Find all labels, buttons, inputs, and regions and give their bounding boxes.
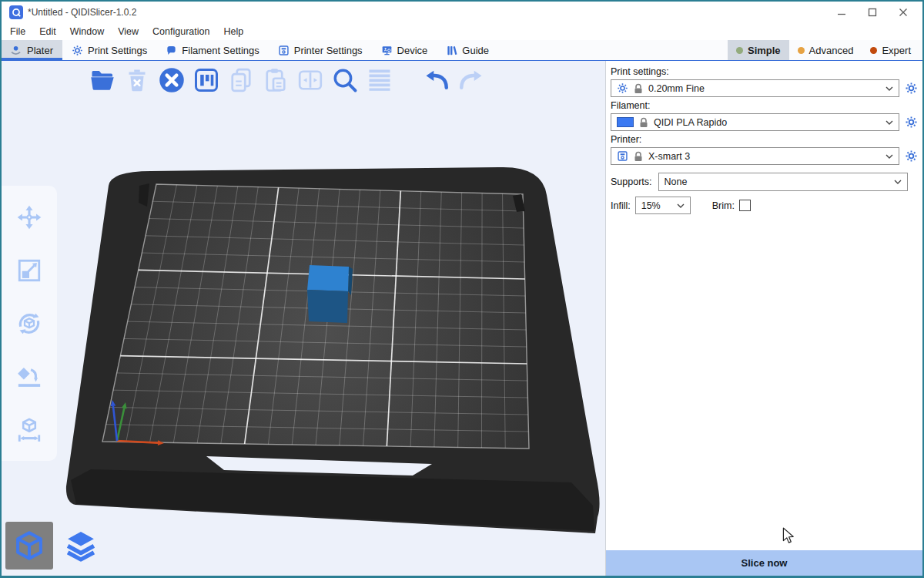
- menu-configuration[interactable]: Configuration: [146, 25, 216, 39]
- delete-all-button[interactable]: [157, 66, 186, 95]
- brim-checkbox[interactable]: [739, 200, 751, 211]
- app-logo-icon: [9, 5, 23, 19]
- lock-icon: [634, 83, 643, 94]
- object-tools-panel: [2, 186, 57, 461]
- close-button[interactable]: [898, 7, 909, 18]
- scale-icon: [16, 257, 42, 284]
- filament-gear-button[interactable]: [904, 115, 919, 129]
- tab-label: Filament Settings: [182, 45, 259, 56]
- variable-layer-height-button[interactable]: [365, 66, 394, 95]
- tab-device[interactable]: Device: [372, 40, 437, 60]
- split-view-icon: [296, 66, 324, 94]
- measure-tool-button[interactable]: [11, 412, 48, 449]
- printer-gear-button[interactable]: [904, 149, 919, 163]
- menu-window[interactable]: Window: [63, 25, 111, 39]
- chevron-down-icon: [886, 154, 893, 159]
- layers-stack-icon: [63, 528, 99, 563]
- advanced-mode-dot-icon: [798, 47, 805, 54]
- plater-icon: [11, 45, 22, 56]
- mode-label: Expert: [882, 45, 911, 56]
- undo-arrow-icon: [423, 66, 450, 94]
- menu-file[interactable]: File: [3, 25, 32, 39]
- view-switch: [5, 522, 105, 570]
- preview-view-button[interactable]: [57, 522, 105, 570]
- menu-edit[interactable]: Edit: [32, 25, 63, 39]
- search-button[interactable]: [330, 66, 360, 95]
- chevron-down-icon: [886, 86, 893, 91]
- tab-label: Device: [397, 45, 428, 56]
- title-bar: *Untitled - QIDISlicer-1.0.2: [2, 2, 922, 23]
- mode-advanced[interactable]: Advanced: [789, 40, 862, 60]
- supports-label: Supports:: [611, 176, 652, 187]
- search-icon: [331, 66, 359, 94]
- app-window: *Untitled - QIDISlicer-1.0.2 File Edit W…: [0, 0, 924, 578]
- measure-icon: [16, 417, 42, 443]
- expert-mode-dot-icon: [870, 47, 877, 54]
- gear-icon: [905, 150, 918, 163]
- rotate-tool-button[interactable]: [11, 305, 48, 342]
- tab-bar: Plater Print Settings Filament Settings: [2, 40, 922, 61]
- print-settings-select[interactable]: 0.20mm Fine: [611, 79, 899, 97]
- tab-label: Guide: [462, 45, 489, 56]
- minimize-button[interactable]: [836, 7, 847, 18]
- gear-icon: [905, 116, 918, 129]
- arrange-icon: [192, 66, 220, 94]
- infill-label: Infill:: [611, 200, 631, 211]
- chevron-down-icon: [886, 120, 893, 125]
- menu-help[interactable]: Help: [216, 25, 250, 39]
- move-tool-button[interactable]: [11, 199, 48, 236]
- print-settings-label: Print settings:: [611, 66, 919, 77]
- place-on-face-tool-button[interactable]: [11, 358, 48, 395]
- split-view-button[interactable]: [296, 66, 325, 95]
- redo-arrow-icon: [457, 66, 485, 94]
- mode-expert[interactable]: Expert: [862, 40, 919, 60]
- tab-label: Print Settings: [88, 45, 147, 56]
- tab-printer-settings[interactable]: Printer Settings: [269, 40, 372, 60]
- printer-icon: [617, 150, 628, 162]
- tab-print-settings[interactable]: Print Settings: [62, 40, 156, 60]
- lock-icon: [639, 117, 648, 128]
- delete-button[interactable]: [122, 66, 152, 95]
- tab-filament-settings[interactable]: Filament Settings: [156, 40, 268, 60]
- infill-value: 15%: [641, 200, 661, 211]
- printer-icon: [278, 45, 290, 56]
- supports-select[interactable]: None: [658, 173, 908, 191]
- viewport-toolbar: [88, 66, 486, 95]
- arrange-button[interactable]: [192, 66, 221, 95]
- tab-plater[interactable]: Plater: [2, 40, 62, 60]
- 3d-editor-view-button[interactable]: [5, 522, 53, 570]
- mode-simple[interactable]: Simple: [728, 40, 789, 60]
- print-settings-gear-button[interactable]: [904, 81, 919, 96]
- infill-select[interactable]: 15%: [635, 197, 691, 214]
- cube-3d-icon: [13, 529, 45, 562]
- open-folder-icon: [89, 66, 116, 94]
- delete-all-icon: [158, 66, 186, 94]
- paste-button[interactable]: [261, 66, 290, 95]
- device-icon: [381, 45, 393, 56]
- filament-select[interactable]: QIDI PLA Rapido: [611, 113, 899, 131]
- filament-icon: [166, 45, 177, 56]
- 3d-viewport[interactable]: [2, 61, 605, 576]
- main-content: Print settings: 0.20mm Fine: [2, 61, 922, 576]
- menu-view[interactable]: View: [111, 25, 146, 39]
- undo-button[interactable]: [422, 66, 451, 95]
- maximize-button[interactable]: [867, 7, 878, 18]
- printer-label: Printer:: [611, 134, 919, 145]
- redo-button[interactable]: [457, 66, 486, 95]
- filament-color-swatch: [617, 117, 634, 127]
- copy-button[interactable]: [226, 66, 256, 95]
- filament-label: Filament:: [611, 100, 919, 111]
- guide-books-icon: [446, 45, 457, 56]
- tab-guide[interactable]: Guide: [437, 40, 498, 60]
- gear-icon: [905, 82, 918, 95]
- print-bed-scene[interactable]: [2, 61, 605, 576]
- simple-mode-dot-icon: [736, 47, 743, 54]
- gear-icon: [617, 82, 628, 94]
- print-settings-value: 0.20mm Fine: [648, 83, 705, 94]
- slice-now-button[interactable]: Slice now: [606, 550, 922, 576]
- supports-value: None: [665, 176, 688, 187]
- scale-tool-button[interactable]: [11, 252, 48, 289]
- printer-select[interactable]: X-smart 3: [611, 147, 899, 165]
- mode-selector: Simple Advanced Expert: [728, 40, 922, 60]
- open-file-button[interactable]: [88, 66, 117, 95]
